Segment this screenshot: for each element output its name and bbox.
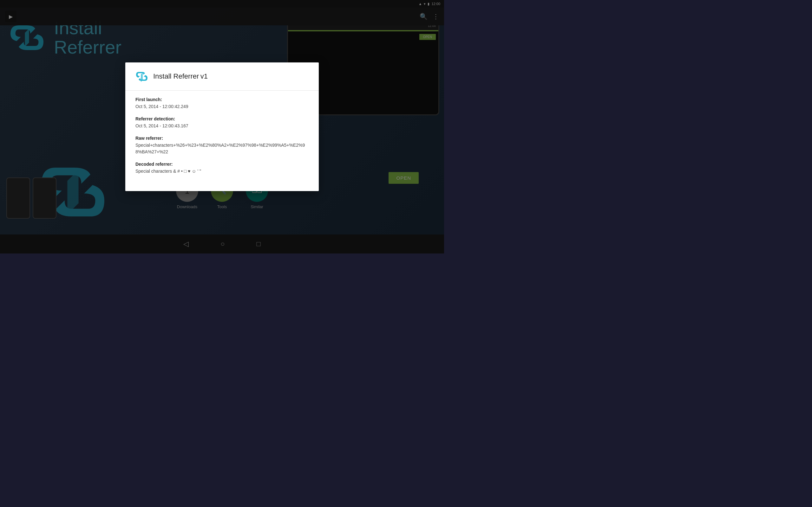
decoded-referrer-label: Decoded referrer: <box>136 162 309 167</box>
first-launch-label: First launch: <box>136 97 309 102</box>
first-launch-section: First launch: Oct 5, 2014 - 12:00:42.249 <box>136 97 309 110</box>
raw-referrer-value: Special+characters+%26+%23+%E2%80%A2+%E2… <box>136 142 309 155</box>
referrer-detection-value: Oct 5, 2014 - 12:00:43.167 <box>136 123 309 129</box>
decoded-referrer-section: Decoded referrer: Special characters & #… <box>136 162 309 175</box>
referrer-detection-section: Referrer detection: Oct 5, 2014 - 12:00:… <box>136 116 309 129</box>
app-info-dialog: Install Referrer v1 First launch: Oct 5,… <box>125 62 319 191</box>
dialog-app-name: Install Referrer <box>153 72 199 80</box>
raw-referrer-label: Raw referrer: <box>136 135 309 141</box>
first-launch-value: Oct 5, 2014 - 12:00:42.249 <box>136 103 309 110</box>
dialog-chain-icon <box>136 70 148 83</box>
decoded-referrer-value: Special characters & # • □ ♥ ☺ ' " <box>136 168 309 175</box>
raw-referrer-section: Raw referrer: Special+characters+%26+%23… <box>136 135 309 155</box>
dialog-version: v1 <box>200 72 208 80</box>
dialog-divider <box>125 90 319 91</box>
dialog-title-area: Install Referrer v1 <box>153 72 208 80</box>
dialog-header: Install Referrer v1 <box>136 70 309 83</box>
referrer-detection-label: Referrer detection: <box>136 116 309 121</box>
